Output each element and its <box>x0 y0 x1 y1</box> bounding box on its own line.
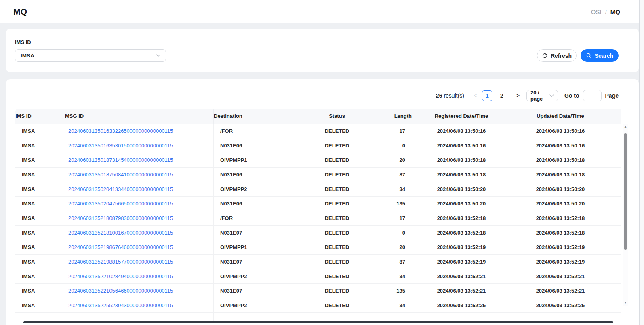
destination-cell: /FOR <box>214 124 312 138</box>
prev-page-button[interactable]: < <box>472 92 478 99</box>
table-row: IMSA202406031352255239430000000000000115… <box>15 298 621 313</box>
msg-id-link[interactable]: 202406031350204133440000000000000115 <box>68 186 173 192</box>
next-page-button[interactable]: > <box>515 92 521 99</box>
status-cell: DELETED <box>312 182 362 197</box>
msg-id-link[interactable]: 202406031350204756650000000000000115 <box>68 201 173 207</box>
ims_id-cell: IMSA <box>15 168 65 182</box>
registered-cell: 2024/06/03 13:50:16 <box>412 124 511 138</box>
status-cell: DELETED <box>312 168 362 182</box>
ims_id-cell: IMSA <box>15 298 65 313</box>
breadcrumb-parent[interactable]: OSI <box>591 8 602 15</box>
column-header-status: Status <box>312 109 362 124</box>
table-header: IMS IDMSG IDDestinationStatusLengthRegis… <box>15 109 621 124</box>
length-cell: 20 <box>362 240 412 255</box>
updated-cell: 2024/06/03 13:52:19 <box>511 255 610 269</box>
msg-id-link[interactable]: 202406031352210564660000000000000115 <box>68 288 173 294</box>
registered-cell: 2024/06/03 13:52:18 <box>412 211 511 226</box>
table-row: IMSA202406031352210564660000000000000115… <box>15 284 621 298</box>
destination-cell: OIVPMPP2 <box>214 298 312 313</box>
registered-cell: 2024/06/03 13:52:21 <box>412 269 511 284</box>
status-cell: DELETED <box>312 211 362 226</box>
msg-id-link[interactable]: 202406031350187508410000000000000115 <box>68 172 173 178</box>
ims_id-cell <box>15 313 65 322</box>
destination-cell: N031E07 <box>214 226 312 240</box>
msg-id-link[interactable]: 202406031352198815770000000000000115 <box>68 259 173 265</box>
ims_id-cell: IMSA <box>15 138 65 153</box>
scroll-down-icon[interactable]: ▼ <box>623 300 628 305</box>
destination-cell: N031E06 <box>214 197 312 211</box>
column-header-length: Length <box>362 109 412 124</box>
table-row: IMSA202406031350204133440000000000000115… <box>15 182 621 197</box>
ims-id-select[interactable]: IMSA <box>15 49 166 62</box>
status-cell: DELETED <box>312 284 362 298</box>
destination-cell: OIVPMPP1 <box>214 240 312 255</box>
search-button[interactable]: Search <box>581 49 619 62</box>
page-title: MQ <box>13 7 27 17</box>
msg_id-cell: 202406031352198676460000000000000115 <box>65 240 214 255</box>
updated-cell: 2024/06/03 13:52:18 <box>511 226 610 240</box>
page-button-2[interactable]: 2 <box>497 90 507 101</box>
table-row: IMSA202406031352198815770000000000000115… <box>15 255 621 269</box>
extra-cell <box>610 269 621 284</box>
destination-cell: OIVPMPP2 <box>214 269 312 284</box>
goto-page-input[interactable] <box>583 90 602 101</box>
updated-cell: 2024/06/03 13:52:21 <box>511 269 610 284</box>
extra-cell <box>610 313 621 322</box>
page-scrollbar-track[interactable] <box>639 0 644 325</box>
destination-cell: N031E06 <box>214 168 312 182</box>
app-header: MQ OSI / MQ <box>0 0 640 23</box>
table-row: IMSA202406031350187314540000000000000115… <box>15 153 621 168</box>
destination-cell <box>214 313 312 322</box>
page-button-1[interactable]: 1 <box>482 90 492 101</box>
msg-id-link[interactable]: 202406031352198676460000000000000115 <box>68 244 173 250</box>
horizontal-scrollbar-thumb[interactable] <box>23 321 613 323</box>
page-size-select[interactable]: 20 / page <box>526 90 558 101</box>
column-header-extra <box>610 109 621 124</box>
extra-cell <box>610 124 621 138</box>
length-cell: 17 <box>362 124 412 138</box>
registered-cell: 2024/06/03 13:52:25 <box>412 298 511 313</box>
table-row: IMSA202406031350204756650000000000000115… <box>15 197 621 211</box>
msg_id-cell: 202406031350163322650000000000000115 <box>65 124 214 138</box>
breadcrumb: OSI / MQ <box>591 8 620 15</box>
column-header-msg_id: MSG ID <box>65 109 214 124</box>
extra-cell <box>610 168 621 182</box>
extra-cell <box>610 284 621 298</box>
msg-id-link[interactable]: 202406031350187314540000000000000115 <box>68 157 173 163</box>
chevron-down-icon <box>156 54 160 57</box>
registered-cell: 2024/06/03 13:50:16 <box>412 138 511 153</box>
registered-cell: 2024/06/03 13:52:19 <box>412 255 511 269</box>
msg-id-link[interactable]: 202406031352255239430000000000000115 <box>68 302 173 308</box>
msg_id-cell: 202406031352198815770000000000000115 <box>65 255 214 269</box>
msg-id-link[interactable]: 202406031350163322650000000000000115 <box>68 128 173 134</box>
mq-table-container: IMS IDMSG IDDestinationStatusLengthRegis… <box>15 109 621 322</box>
scroll-up-icon[interactable]: ▲ <box>623 124 628 129</box>
ims-id-selected-value: IMSA <box>21 52 34 59</box>
msg-id-link[interactable]: 202406031352210284940000000000000115 <box>68 273 173 279</box>
column-header-ims_id: IMS ID <box>15 109 65 124</box>
vertical-scrollbar-thumb[interactable] <box>624 133 627 250</box>
length-cell: 34 <box>362 298 412 313</box>
registered-cell: 2024/06/03 13:52:19 <box>412 240 511 255</box>
status-cell: DELETED <box>312 124 362 138</box>
ims_id-cell: IMSA <box>15 124 65 138</box>
registered-cell <box>412 313 511 322</box>
msg-id-link[interactable]: 202406031350163530150000000000000115 <box>68 143 173 149</box>
registered-cell: 2024/06/03 13:50:18 <box>412 168 511 182</box>
extra-cell <box>610 298 621 313</box>
status-cell <box>312 313 362 322</box>
msg-id-link[interactable]: 202406031352180879830000000000000115 <box>68 215 173 221</box>
msg_id-cell: 202406031350204756650000000000000115 <box>65 197 214 211</box>
msg_id-cell: 202406031352255239430000000000000115 <box>65 298 214 313</box>
msg-id-link[interactable]: 202406031352181001670000000000000115 <box>68 230 173 236</box>
table-vertical-scrollbar[interactable]: ▲ ▼ <box>623 124 628 306</box>
extra-cell <box>610 255 621 269</box>
destination-cell: OIVPMPP2 <box>214 182 312 197</box>
registered-cell: 2024/06/03 13:50:20 <box>412 182 511 197</box>
search-icon <box>586 52 592 59</box>
page-size-value: 20 / page <box>530 90 549 102</box>
column-header-registered: Registered Date/Time <box>412 109 511 124</box>
updated-cell: 2024/06/03 13:50:18 <box>511 168 610 182</box>
destination-cell: /FOR <box>214 211 312 226</box>
refresh-button[interactable]: Refresh <box>537 49 577 62</box>
